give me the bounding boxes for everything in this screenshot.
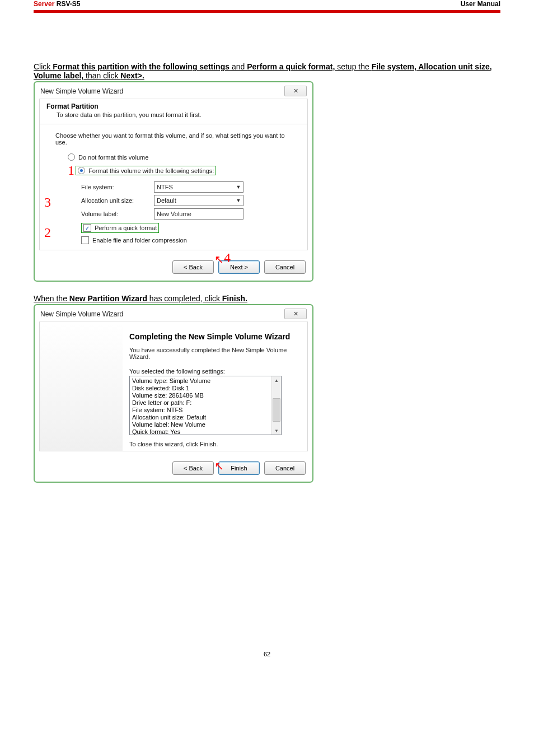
checkbox-label: Enable file and folder compression xyxy=(92,237,187,244)
input-volume-label[interactable]: New Volume xyxy=(154,208,243,220)
list-item: Disk selected: Disk 1 xyxy=(132,385,279,392)
dropdown-value: Default xyxy=(157,197,176,204)
dialog2-title: New Simple Volume Wizard xyxy=(40,310,123,318)
list-item: Drive letter or path: F: xyxy=(132,399,279,407)
input-value: New Volume xyxy=(157,211,191,217)
close-button[interactable]: ✕ xyxy=(284,309,307,319)
label-file-system: File system: xyxy=(81,184,154,190)
page-header: Server RSV-S5 User Manual xyxy=(34,0,500,8)
completing-heading: Completing the New Simple Volume Wizard xyxy=(129,332,298,341)
instruction-1: Click Format this partition with the fol… xyxy=(34,62,500,80)
highlight-format-option: Format this volume with the following se… xyxy=(76,166,216,175)
close-hint: To close this wizard, click Finish. xyxy=(129,441,298,447)
radio-do-not-format[interactable]: Do not format this volume xyxy=(68,153,292,161)
list-item: Allocation unit size: Default xyxy=(132,414,279,421)
checkbox-compression[interactable] xyxy=(81,236,89,244)
settings-listbox[interactable]: Volume type: Simple Volume Disk selected… xyxy=(129,376,282,435)
radio-label: Do not format this volume xyxy=(78,154,148,161)
scrollbar[interactable]: ▲ ▼ xyxy=(271,376,281,435)
format-partition-sub: To store data on this partition, you mus… xyxy=(46,111,301,118)
close-icon: ✕ xyxy=(293,310,298,318)
scroll-up-icon: ▲ xyxy=(273,376,280,384)
completing-msg: You have successfully completed the New … xyxy=(129,347,298,360)
header-right: User Manual xyxy=(461,0,500,8)
dialog-completing-wizard: New Simple Volume Wizard ✕ Completing th… xyxy=(34,304,313,483)
annotation-4: 4 xyxy=(224,250,231,265)
highlight-quick-format: Perform a quick format xyxy=(81,223,159,233)
header-model: RSV-S5 xyxy=(54,0,80,8)
list-item: Volume size: 2861486 MB xyxy=(132,392,279,399)
finish-button[interactable]: Finish xyxy=(218,461,260,475)
close-button[interactable]: ✕ xyxy=(284,86,307,96)
back-button[interactable]: < Back xyxy=(172,461,214,475)
selected-settings-label: You selected the following settings: xyxy=(129,368,298,375)
page-number: 62 xyxy=(34,651,500,657)
radio-icon xyxy=(78,167,85,174)
cancel-button[interactable]: Cancel xyxy=(264,461,306,475)
chevron-down-icon: ▼ xyxy=(235,198,242,203)
radio-format-with-settings[interactable]: Format this volume with the following se… xyxy=(78,167,214,174)
annotation-2: 2 xyxy=(44,225,51,240)
annotation-arrow-icon: ↖ xyxy=(214,253,224,266)
dropdown-allocation-unit[interactable]: Default ▼ xyxy=(154,195,243,206)
wizard-side-panel xyxy=(40,322,123,451)
annotation-3: 3 xyxy=(44,195,51,210)
list-item: Quick format: Yes xyxy=(132,428,279,435)
annotation-arrow-icon: ↖ xyxy=(214,459,224,473)
scroll-down-icon: ▼ xyxy=(273,427,280,435)
dropdown-value: NTFS xyxy=(157,184,173,190)
header-server: Server xyxy=(34,0,54,8)
scroll-thumb[interactable] xyxy=(273,398,280,422)
checkbox-quick-format[interactable] xyxy=(83,224,91,232)
dialog1-title: New Simple Volume Wizard xyxy=(40,87,123,95)
back-button[interactable]: < Back xyxy=(172,260,214,274)
list-item: Volume type: Simple Volume xyxy=(132,377,279,385)
label-allocation-unit: Allocation unit size: xyxy=(81,197,154,204)
choose-text: Choose whether you want to format this v… xyxy=(55,132,292,146)
instruction-2: When the New Partition Wizard has comple… xyxy=(34,294,500,303)
chevron-down-icon: ▼ xyxy=(235,184,242,190)
close-icon: ✕ xyxy=(293,87,298,95)
label-volume-label: Volume label: xyxy=(81,211,154,217)
list-item: Volume label: New Volume xyxy=(132,421,279,428)
list-item: File system: NTFS xyxy=(132,407,279,414)
format-partition-heading: Format Partition xyxy=(46,102,301,110)
cancel-button[interactable]: Cancel xyxy=(264,260,306,274)
checkbox-label: Perform a quick format xyxy=(95,225,157,231)
radio-label: Format this volume with the following se… xyxy=(88,167,214,174)
dropdown-file-system[interactable]: NTFS ▼ xyxy=(154,181,243,193)
dialog-format-partition: New Simple Volume Wizard ✕ Format Partit… xyxy=(34,81,313,282)
annotation-1: 1 xyxy=(68,163,74,178)
radio-icon xyxy=(68,153,75,161)
